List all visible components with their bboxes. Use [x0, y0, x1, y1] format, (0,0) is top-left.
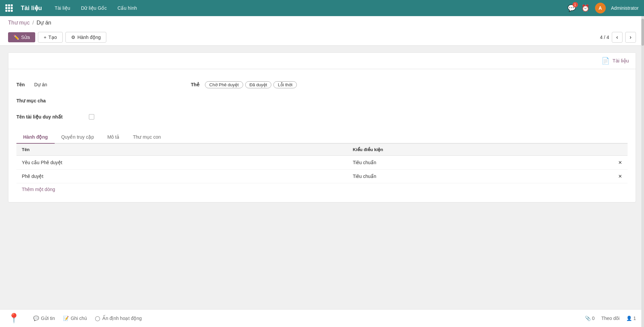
row2-name: Phê duyệt: [16, 170, 347, 183]
row1-type: Tiêu chuẩn: [347, 156, 613, 170]
chat-icon-btn[interactable]: 💬 1: [568, 4, 576, 12]
menu-tai-lieu[interactable]: Tài liệu: [50, 3, 75, 13]
menu-cau-hinh[interactable]: Cấu hình: [113, 3, 142, 13]
scrollbar-thumb[interactable]: [641, 19, 644, 46]
scrollbar[interactable]: [641, 16, 644, 209]
avatar[interactable]: A: [595, 3, 606, 13]
breadcrumb-current: Dự án: [37, 19, 51, 26]
breadcrumb-bar: Thư mục / Dự án ✏️ Sửa + Tạo ⚙ Hành động…: [0, 16, 644, 46]
document-icon: 📄: [601, 57, 610, 65]
admin-name[interactable]: Administrator: [611, 5, 639, 11]
tag-loi-thoi[interactable]: Lỗi thời: [273, 81, 297, 88]
grid-menu-icon[interactable]: [5, 4, 13, 12]
card-header-label: 📄 Tài liệu: [601, 57, 629, 65]
card-body: Tên Dự án Thẻ Chờ Phê duyệt Đã duyệt Lỗi…: [8, 69, 636, 202]
toolbar: ✏️ Sửa + Tạo ⚙ Hành động 4 / 4 ‹ ›: [8, 29, 636, 45]
card-header: 📄 Tài liệu: [8, 53, 636, 69]
tab-quyen-truy-cap[interactable]: Quyền truy cập: [55, 131, 101, 144]
tab-hanh-dong[interactable]: Hành động: [16, 131, 55, 144]
plus-icon: +: [44, 35, 46, 40]
topnav: Tài liệu Tài liệu Dữ liệu Gốc Cấu hình 💬…: [0, 0, 644, 16]
parent-value: [89, 97, 97, 104]
clock-icon-btn[interactable]: ⏰: [581, 4, 590, 12]
breadcrumb-parent[interactable]: Thư mục: [8, 19, 30, 26]
add-row-link[interactable]: Thêm một dòng: [16, 183, 60, 195]
name-label: Tên: [16, 79, 25, 91]
notification-badge: 1: [573, 2, 578, 7]
parent-label: Thư mục cha: [16, 95, 84, 107]
pager: 4 / 4: [600, 35, 609, 40]
tag-cho-phe-duyet[interactable]: Chờ Phê duyệt: [205, 81, 243, 88]
edit-button[interactable]: ✏️ Sửa: [8, 32, 35, 42]
col-ten: Tên: [16, 144, 347, 156]
name-value: Dự án: [30, 79, 51, 91]
breadcrumb: Thư mục / Dự án: [8, 19, 636, 26]
row2-type: Tiêu chuẩn: [347, 170, 613, 183]
tab-thu-muc-con[interactable]: Thư mục con: [126, 131, 167, 144]
tab-mo-ta[interactable]: Mô tả: [101, 131, 126, 144]
pager-next-button[interactable]: ›: [625, 32, 636, 43]
tabs: Hành động Quyền truy cập Mô tả Thư mục c…: [16, 131, 628, 144]
table-row: Yêu cầu Phê duyệt Tiêu chuẩn ✕: [16, 156, 628, 170]
col-kieu-dieu-kien: Kiểu điều kiện: [347, 144, 613, 156]
topnav-right: 💬 1 ⏰ A Administrator: [568, 3, 639, 13]
the-label: Thẻ: [191, 79, 200, 91]
topnav-menu: Tài liệu Dữ liệu Gốc Cấu hình: [50, 3, 559, 13]
action-button[interactable]: ⚙ Hành động: [65, 32, 107, 43]
main-content: 📄 Tài liệu Tên Dự án Thẻ Chờ Phê duyệt Đ…: [0, 46, 644, 209]
table-row: Phê duyệt Tiêu chuẩn ✕: [16, 170, 628, 183]
main-card: 📄 Tài liệu Tên Dự án Thẻ Chờ Phê duyệt Đ…: [8, 52, 636, 202]
breadcrumb-separator: /: [32, 20, 34, 26]
delete-row2-icon[interactable]: ✕: [618, 174, 622, 179]
pager-prev-button[interactable]: ‹: [612, 32, 623, 43]
menu-du-lieu-goc[interactable]: Dữ liệu Gốc: [76, 3, 111, 13]
toolbar-right: 4 / 4 ‹ ›: [600, 32, 636, 43]
gear-icon: ⚙: [71, 35, 75, 40]
unique-label: Tên tài liệu duy nhất: [16, 111, 84, 123]
tags-container: Chờ Phê duyệt Đã duyệt Lỗi thời: [205, 81, 297, 88]
tag-da-duyet[interactable]: Đã duyệt: [245, 81, 272, 88]
row1-name: Yêu cầu Phê duyệt: [16, 156, 347, 170]
unique-checkbox[interactable]: [89, 114, 94, 120]
delete-row1-icon[interactable]: ✕: [618, 160, 622, 165]
actions-table: Tên Kiểu điều kiện Yêu cầu Phê duyệt Tiê…: [16, 144, 628, 183]
edit-icon: ✏️: [13, 35, 19, 40]
create-button[interactable]: + Tạo: [38, 32, 63, 43]
app-logo: Tài liệu: [21, 4, 42, 12]
